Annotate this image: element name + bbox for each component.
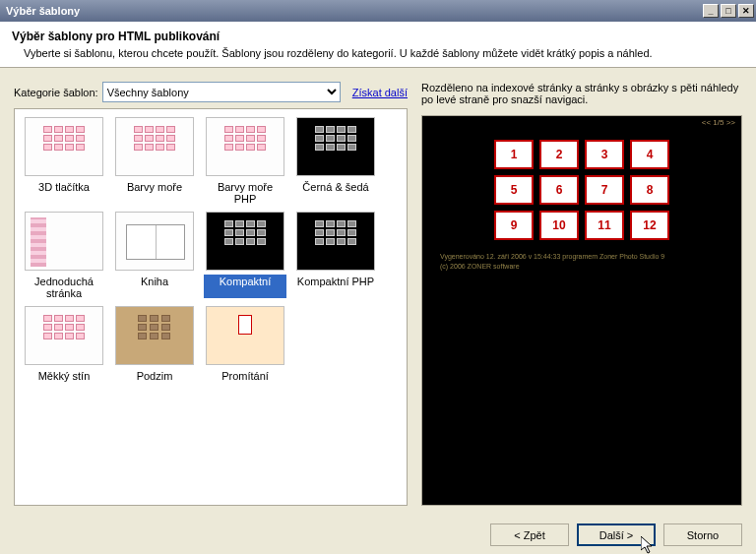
template-label: Černá & šedá (294, 180, 377, 204)
preview-cell: 10 (539, 211, 579, 240)
template-thumbnail (206, 212, 284, 271)
titlebar: Výběr šablony _ □ ✕ (0, 0, 756, 22)
next-button[interactable]: Další > (577, 523, 656, 546)
template-thumbnail (206, 306, 284, 365)
template-thumbnail (25, 117, 103, 176)
template-item[interactable]: Jednoduchá stránka (23, 212, 105, 300)
template-item[interactable]: Černá & šedá (294, 117, 377, 206)
template-item[interactable]: Barvy moře PHP (204, 117, 286, 206)
preview-pager: << 1/5 >> (702, 118, 735, 127)
page-subtitle: Vyberte si šablonu, kterou chcete použít… (12, 47, 744, 59)
template-thumbnail (115, 306, 194, 365)
preview-cell: 4 (630, 140, 669, 169)
template-label: Jednoduchá stránka (23, 275, 105, 300)
template-label: Barvy moře (113, 180, 196, 204)
page-title: Výběr šablony pro HTML publikování (12, 30, 744, 43)
button-bar: < Zpět Další > Storno (0, 514, 756, 554)
preview-cell: 5 (494, 175, 534, 205)
template-label: Podzim (113, 369, 196, 393)
template-label: 3D tlačítka (23, 180, 105, 204)
template-item[interactable]: Promítání (204, 306, 286, 393)
template-label: Kompaktní PHP (294, 275, 377, 298)
maximize-button[interactable]: □ (721, 4, 736, 18)
template-item[interactable]: Barvy moře (113, 117, 196, 206)
template-thumbnail (25, 212, 103, 271)
template-item[interactable]: Podzim (113, 306, 196, 393)
preview-cell: 9 (494, 211, 534, 240)
template-item[interactable]: 3D tlačítka (23, 117, 105, 206)
preview-cell: 7 (585, 175, 624, 205)
preview-cell: 8 (630, 175, 669, 205)
template-item[interactable]: Kniha (113, 212, 196, 300)
get-more-link[interactable]: Získat další (352, 87, 408, 98)
template-list: 3D tlačítkaBarvy mořeBarvy moře PHPČerná… (14, 108, 408, 506)
template-thumbnail (115, 117, 194, 176)
header: Výběr šablony pro HTML publikování Vyber… (0, 22, 756, 68)
minimize-button[interactable]: _ (703, 4, 719, 18)
window-title: Výběr šablony (6, 5, 80, 17)
template-item[interactable]: Kompaktní (204, 212, 286, 300)
template-label: Měkký stín (23, 369, 105, 393)
template-label: Kniha (113, 275, 196, 298)
template-thumbnail (296, 212, 375, 271)
category-select[interactable]: Všechny šablony (102, 82, 341, 102)
preview-cell: 1 (494, 140, 534, 169)
template-thumbnail (25, 306, 103, 365)
close-button[interactable]: ✕ (738, 4, 754, 18)
template-thumbnail (296, 117, 375, 176)
back-button[interactable]: < Zpět (490, 523, 569, 546)
preview-footer: Vygenerováno 12. září 2006 v 15:44:33 pr… (440, 252, 664, 272)
preview-cell: 2 (539, 140, 579, 169)
template-thumbnail (206, 117, 284, 176)
category-label: Kategorie šablon: (14, 87, 98, 98)
preview-cell: 6 (539, 175, 579, 205)
template-thumbnail (115, 212, 194, 271)
preview-cell: 12 (630, 211, 669, 240)
template-label: Barvy moře PHP (204, 180, 286, 206)
cancel-button[interactable]: Storno (663, 523, 742, 546)
template-label: Promítání (204, 369, 286, 393)
preview-pane: << 1/5 >> 123456789101112 Vygenerováno 1… (421, 115, 742, 506)
template-label: Kompaktní (204, 275, 286, 298)
preview-cell: 11 (585, 211, 624, 240)
template-item[interactable]: Kompaktní PHP (294, 212, 377, 300)
template-description: Rozděleno na indexové stránky a stránky … (421, 82, 742, 107)
preview-cell: 3 (585, 140, 624, 169)
template-item[interactable]: Měkký stín (23, 306, 105, 393)
